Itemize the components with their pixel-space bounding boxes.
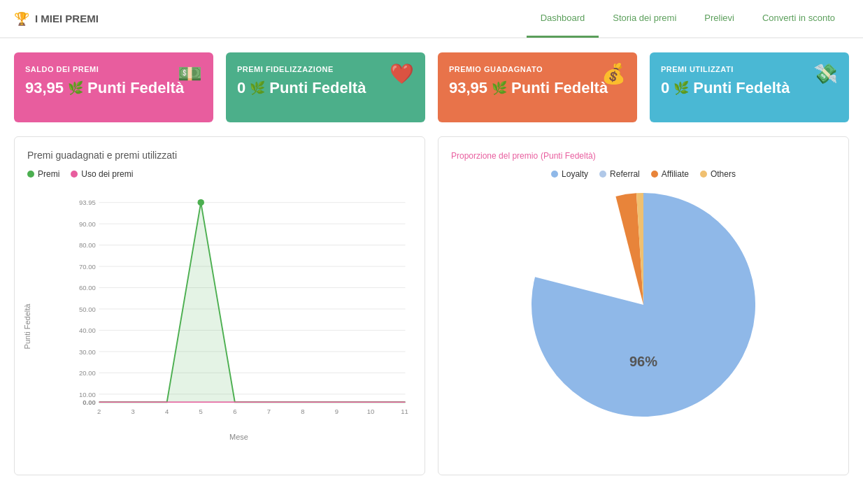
card-saldo-number: 93,95 [25, 79, 64, 97]
tab-converti[interactable]: Converti in sconto [748, 0, 849, 38]
legend-premi-label: Premi [38, 169, 59, 179]
legend-others: Others [700, 169, 736, 179]
svg-text:30.00: 30.00 [79, 348, 96, 356]
card-saldo-title: SALDO DEI PREMI [25, 65, 202, 73]
line-chart-svg: 93.95 90.00 80.00 70.00 60.00 50.00 40.0… [66, 190, 412, 428]
main-nav: Dashboard Storia dei premi Prelievi Conv… [527, 0, 849, 38]
svg-text:40.00: 40.00 [79, 326, 96, 334]
line-chart-box: Premi guadagnati e premi utilizzati Prem… [14, 136, 425, 475]
trophy-icon: 🏆 [14, 11, 29, 27]
pie-chart-svg [532, 193, 755, 417]
leaf-icon-4: 🌿 [673, 80, 689, 96]
leaf-icon-3: 🌿 [492, 80, 507, 96]
svg-text:2: 2 [97, 408, 101, 415]
pie-chart-legend: Loyalty Referral Affiliate Others [451, 169, 836, 179]
line-chart-title: Premi guadagnati e premi utilizzati [27, 150, 412, 161]
svg-text:10.00: 10.00 [79, 391, 96, 398]
legend-referral-dot [599, 171, 606, 178]
tab-prelievi[interactable]: Prelievi [690, 0, 748, 38]
card-utilizzati-number: 0 [661, 79, 669, 97]
header: 🏆 I MIEI PREMI Dashboard Storia dei prem… [0, 0, 863, 38]
legend-others-dot [700, 171, 707, 178]
legend-referral: Referral [599, 169, 640, 179]
cards-row: 💵 SALDO DEI PREMI 93,95 🌿 Punti Fedeltà … [0, 38, 863, 136]
svg-text:90.00: 90.00 [79, 220, 96, 228]
card-guadagnato-icon: 💰 [601, 62, 626, 85]
card-utilizzati-title: PREMI UTILIZZATI [661, 65, 838, 73]
card-guadagnato-title: PREMIO GUADAGNATO [449, 65, 626, 73]
svg-text:8: 8 [301, 408, 304, 415]
card-saldo-icon: 💵 [178, 62, 202, 85]
pie-chart-container [451, 193, 836, 417]
card-fidelizzazione-title: PREMI FIDELIZZAZIONE [237, 65, 414, 73]
leaf-icon-2: 🌿 [250, 80, 265, 96]
card-saldo-unit: Punti Fedeltà [87, 79, 184, 97]
svg-text:50.00: 50.00 [79, 305, 96, 313]
card-saldo: 💵 SALDO DEI PREMI 93,95 🌿 Punti Fedeltà [14, 52, 213, 122]
card-fidelizzazione-unit: Punti Fedeltà [269, 79, 366, 97]
svg-text:80.00: 80.00 [79, 241, 96, 249]
legend-premi: Premi [27, 169, 59, 179]
card-fidelizzazione: ❤️ PREMI FIDELIZZAZIONE 0 🌿 Punti Fedelt… [226, 52, 425, 122]
legend-uso: Uso dei premi [71, 169, 133, 179]
y-axis-label: Punti Fedeltà [23, 303, 31, 349]
pie-chart-title: Proporzione del premio (Punti Fedeltà) [451, 150, 836, 161]
svg-text:0.00: 0.00 [83, 398, 96, 406]
svg-text:10: 10 [367, 408, 375, 415]
card-guadagnato-unit: Punti Fedeltà [511, 79, 608, 97]
x-axis-label: Mese [66, 433, 412, 441]
charts-row: Premi guadagnati e premi utilizzati Prem… [0, 136, 863, 489]
svg-text:7: 7 [267, 408, 271, 415]
legend-loyalty-label: Loyalty [562, 169, 588, 179]
pie-chart-title-text: Proporzione del premio [451, 151, 538, 161]
svg-text:6: 6 [233, 408, 236, 415]
svg-text:93.95: 93.95 [79, 199, 96, 207]
card-utilizzati-unit: Punti Fedeltà [693, 79, 790, 97]
header-logo: 🏆 I MIEI PREMI [14, 11, 99, 27]
legend-loyalty-dot [551, 171, 558, 178]
svg-text:60.00: 60.00 [79, 284, 96, 291]
svg-marker-33 [99, 203, 406, 403]
legend-referral-label: Referral [610, 169, 640, 179]
pie-chart-box: Proporzione del premio (Punti Fedeltà) L… [438, 136, 849, 475]
legend-uso-label: Uso dei premi [81, 169, 133, 179]
tab-storia[interactable]: Storia dei premi [599, 0, 690, 38]
svg-text:20.00: 20.00 [79, 369, 96, 377]
svg-text:5: 5 [199, 408, 203, 415]
card-fidelizzazione-number: 0 [237, 79, 245, 97]
card-fidelizzazione-value: 0 🌿 Punti Fedeltà [237, 79, 414, 97]
card-utilizzati-icon: 💸 [813, 62, 838, 85]
card-saldo-value: 93,95 🌿 Punti Fedeltà [25, 79, 202, 97]
card-guadagnato-value: 93,95 🌿 Punti Fedeltà [449, 79, 626, 97]
card-utilizzati: 💸 PREMI UTILIZZATI 0 🌿 Punti Fedeltà [650, 52, 849, 122]
svg-point-35 [197, 199, 204, 206]
svg-text:9: 9 [335, 408, 338, 415]
card-guadagnato-number: 93,95 [449, 79, 487, 97]
svg-text:3: 3 [131, 408, 134, 415]
legend-affiliate-dot [651, 171, 658, 178]
svg-text:4: 4 [165, 408, 169, 415]
card-utilizzati-value: 0 🌿 Punti Fedeltà [661, 79, 838, 97]
legend-affiliate: Affiliate [651, 169, 689, 179]
legend-premi-dot [27, 171, 34, 178]
card-guadagnato: 💰 PREMIO GUADAGNATO 93,95 🌿 Punti Fedelt… [438, 52, 637, 122]
pie-center-label: 96% [451, 354, 836, 370]
card-fidelizzazione-icon: ❤️ [390, 62, 414, 85]
leaf-icon-1: 🌿 [68, 80, 83, 96]
tab-dashboard[interactable]: Dashboard [527, 0, 599, 38]
legend-loyalty: Loyalty [551, 169, 588, 179]
legend-affiliate-label: Affiliate [662, 169, 689, 179]
pie-chart-subtitle: (Punti Fedeltà) [541, 151, 596, 161]
legend-others-label: Others [711, 169, 736, 179]
svg-text:70.00: 70.00 [79, 263, 96, 271]
legend-uso-dot [71, 171, 78, 178]
svg-text:11: 11 [401, 408, 408, 415]
app-title: I MIEI PREMI [35, 13, 99, 24]
line-chart-legend: Premi Uso dei premi [27, 169, 412, 179]
